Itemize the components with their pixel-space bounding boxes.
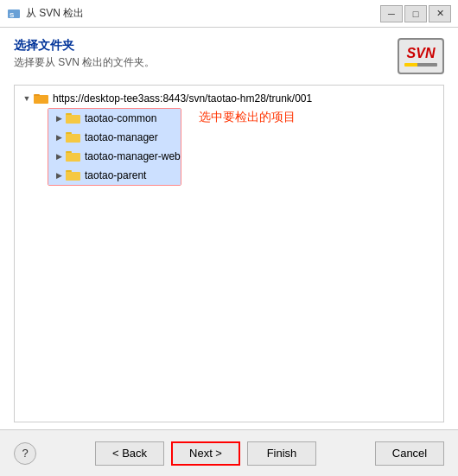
tree-item-parent-label: taotao-parent — [85, 169, 146, 181]
folder-icon — [34, 92, 49, 105]
tree-item-common-label: taotao-common — [85, 112, 156, 124]
svg-rect-10 — [66, 132, 72, 134]
expand-icon-common[interactable]: ▶ — [52, 111, 66, 125]
page-subtitle: 选择要从 SVN 检出的文件夹。 — [14, 55, 387, 70]
folder-icon-parent — [66, 169, 81, 181]
tree-item-manager-web-label: taotao-manager-web — [85, 150, 181, 162]
annotation-text: 选中要检出的项目 — [199, 110, 296, 125]
svn-logo-bar — [404, 63, 437, 67]
window-controls: ─ □ ✕ — [380, 5, 451, 22]
footer: ? < Back Next > Finish Cancel — [0, 429, 458, 476]
tree-root: ▼ https://desktop-tee3ass:8443/svn/taota… — [16, 89, 442, 186]
tree-children-list: ▶ taotao-common ▶ — [16, 108, 181, 186]
svg-rect-4 — [34, 94, 40, 96]
tree-item-common[interactable]: ▶ taotao-common — [48, 109, 181, 128]
tree-area[interactable]: ▼ https://desktop-tee3ass:8443/svn/taota… — [14, 85, 444, 422]
help-button[interactable]: ? — [14, 442, 36, 465]
folder-icon-manager — [66, 131, 81, 143]
svg-rect-16 — [66, 170, 72, 172]
tree-item-manager-web[interactable]: ▶ taotao-manager-web — [48, 147, 181, 166]
header-section: 选择文件夹 选择要从 SVN 检出的文件夹。 SVN — [14, 38, 444, 74]
window-icon: S — [7, 7, 21, 21]
expand-icon-parent[interactable]: ▶ — [52, 168, 66, 182]
minimize-button[interactable]: ─ — [380, 5, 403, 22]
title-bar: S 从 SVN 检出 ─ □ ✕ — [0, 0, 458, 28]
tree-item-manager[interactable]: ▶ taotao-manager — [48, 128, 181, 147]
close-button[interactable]: ✕ — [429, 5, 451, 22]
window-title: 从 SVN 检出 — [26, 6, 380, 21]
finish-button[interactable]: Finish — [247, 441, 316, 466]
svg-rect-13 — [66, 151, 72, 153]
next-button[interactable]: Next > — [171, 441, 240, 466]
main-content: 选择文件夹 选择要从 SVN 检出的文件夹。 SVN ▼ https://des… — [0, 28, 458, 429]
tree-item-parent[interactable]: ▶ taotao-parent — [48, 166, 181, 185]
folder-icon-manager-web — [66, 150, 81, 162]
cancel-button[interactable]: Cancel — [375, 441, 444, 466]
folder-icon-common — [66, 112, 81, 124]
svn-logo-text: SVN — [407, 47, 436, 60]
root-url-label: https://desktop-tee3ass:8443/svn/taotao-… — [53, 92, 312, 105]
svg-text:S: S — [10, 11, 15, 19]
expand-icon-manager[interactable]: ▶ — [52, 130, 66, 144]
back-button[interactable]: < Back — [95, 441, 164, 466]
collapse-icon[interactable]: ▼ — [20, 92, 34, 105]
svn-logo: SVN — [398, 38, 444, 74]
tree-root-item[interactable]: ▼ https://desktop-tee3ass:8443/svn/taota… — [16, 89, 442, 108]
tree-item-manager-label: taotao-manager — [85, 131, 158, 143]
svg-rect-7 — [66, 113, 72, 115]
annotation-column: 选中要检出的项目 — [181, 108, 296, 125]
expand-icon-manager-web[interactable]: ▶ — [52, 149, 66, 163]
maximize-button[interactable]: □ — [404, 5, 427, 22]
selected-items-box: ▶ taotao-common ▶ — [48, 108, 181, 186]
tree-children-row: ▶ taotao-common ▶ — [16, 108, 442, 186]
page-title: 选择文件夹 — [14, 38, 387, 54]
